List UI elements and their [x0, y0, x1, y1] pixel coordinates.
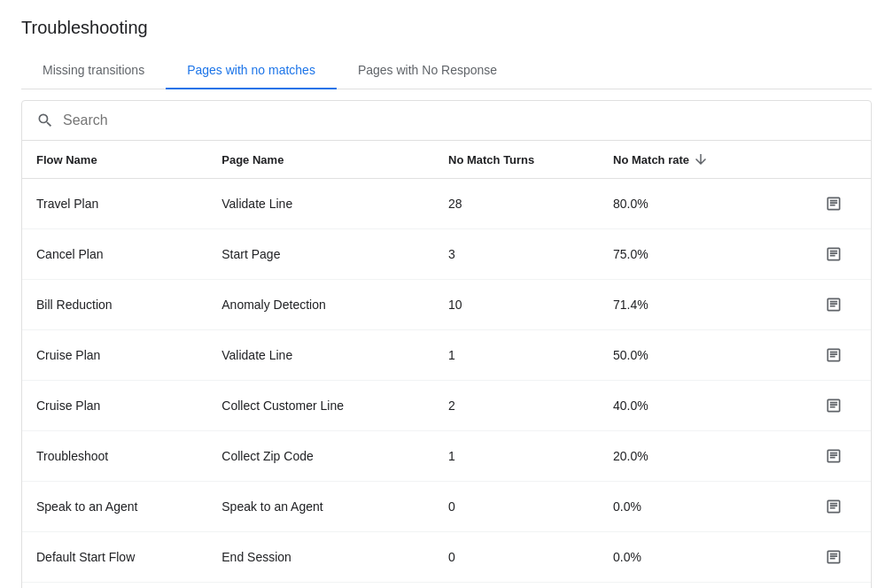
row-detail-button-2[interactable] — [819, 290, 848, 319]
col-header-page-name: Page Name — [207, 141, 434, 179]
tab-pages-no-matches[interactable]: Pages with no matches — [166, 52, 337, 89]
cell-rate-3: 50.0% — [599, 330, 805, 381]
cell-action-7 — [805, 532, 871, 583]
cell-flow-2: Bill Reduction — [22, 280, 207, 330]
col-header-no-match-rate[interactable]: No Match rate — [599, 141, 805, 179]
page-title: Troubleshooting — [21, 18, 872, 38]
cell-flow-4: Cruise Plan — [22, 381, 207, 431]
cell-action-6 — [805, 482, 871, 532]
data-table: Flow Name Page Name No Match Turns No Ma… — [22, 141, 871, 588]
cell-rate-1: 75.0% — [599, 229, 805, 280]
cell-turns-3: 1 — [434, 330, 599, 381]
cell-action-4 — [805, 381, 871, 431]
table-row: Troubleshoot Collect Zip Code 1 20.0% — [22, 431, 871, 482]
cell-page-5: Collect Zip Code — [207, 431, 434, 482]
cell-flow-6: Speak to an Agent — [22, 482, 207, 532]
cell-action-5 — [805, 431, 871, 482]
table-body: Travel Plan Validate Line 28 80.0% Cance… — [22, 179, 871, 589]
row-detail-button-0[interactable] — [819, 190, 848, 218]
cell-action-8 — [805, 583, 871, 589]
cell-action-3 — [805, 330, 871, 381]
cell-rate-6: 0.0% — [599, 482, 805, 532]
cell-flow-5: Troubleshoot — [22, 431, 207, 482]
cell-turns-0: 28 — [434, 179, 599, 229]
table-row: Cancel Plan Start Page 3 75.0% — [22, 229, 871, 280]
cell-rate-4: 40.0% — [599, 381, 805, 431]
table-row: Bill Reduction Anomaly Detection 10 71.4… — [22, 280, 871, 330]
cell-flow-1: Cancel Plan — [22, 229, 207, 280]
cell-turns-6: 0 — [434, 482, 599, 532]
cell-flow-7: Default Start Flow — [22, 532, 207, 583]
table-header-row: Flow Name Page Name No Match Turns No Ma… — [22, 141, 871, 179]
table-row: Speak to an Agent Speak to an Agent 0 0.… — [22, 482, 871, 532]
col-header-flow-name: Flow Name — [22, 141, 207, 179]
row-detail-button-4[interactable] — [819, 391, 848, 420]
search-input[interactable] — [63, 112, 857, 128]
cell-page-7: End Session — [207, 532, 434, 583]
row-detail-button-1[interactable] — [819, 240, 848, 268]
cell-action-2 — [805, 280, 871, 330]
table-row: Cruise Plan Collect Customer Line 2 40.0… — [22, 381, 871, 431]
cell-action-1 — [805, 229, 871, 280]
row-detail-button-3[interactable] — [819, 341, 848, 369]
col-header-no-match-turns: No Match Turns — [434, 141, 599, 179]
cell-page-2: Anomaly Detection — [207, 280, 434, 330]
cell-rate-8: 0.0% — [599, 583, 805, 589]
cell-page-6: Speak to an Agent — [207, 482, 434, 532]
col-header-action — [805, 141, 871, 179]
cell-turns-5: 1 — [434, 431, 599, 482]
cell-turns-2: 10 — [434, 280, 599, 330]
table-row: Cruise Plan Validate Line 1 50.0% — [22, 330, 871, 381]
row-detail-button-5[interactable] — [819, 442, 848, 470]
cell-turns-8: 0 — [434, 583, 599, 589]
tabs-container: Missing transitions Pages with no matche… — [21, 52, 872, 89]
cell-rate-2: 71.4% — [599, 280, 805, 330]
cell-turns-4: 2 — [434, 381, 599, 431]
tab-pages-no-response[interactable]: Pages with No Response — [337, 52, 518, 89]
cell-rate-0: 80.0% — [599, 179, 805, 229]
cell-page-1: Start Page — [207, 229, 434, 280]
cell-flow-3: Cruise Plan — [22, 330, 207, 381]
table-row: Travel Plan Validate Line 28 80.0% — [22, 179, 871, 229]
search-icon — [36, 112, 54, 129]
cell-turns-7: 0 — [434, 532, 599, 583]
cell-flow-8: Speak to an Agent — [22, 583, 207, 589]
row-detail-button-6[interactable] — [819, 492, 848, 521]
row-detail-button-7[interactable] — [819, 543, 848, 571]
tab-missing-transitions[interactable]: Missing transitions — [21, 52, 166, 89]
cell-turns-1: 3 — [434, 229, 599, 280]
search-bar — [22, 101, 871, 141]
cell-page-8: End Session — [207, 583, 434, 589]
table-row: Speak to an Agent End Session 0 0.0% — [22, 583, 871, 589]
content-box: Flow Name Page Name No Match Turns No Ma… — [21, 100, 872, 588]
cell-rate-5: 20.0% — [599, 431, 805, 482]
cell-rate-7: 0.0% — [599, 532, 805, 583]
cell-page-3: Validate Line — [207, 330, 434, 381]
cell-page-0: Validate Line — [207, 179, 434, 229]
cell-page-4: Collect Customer Line — [207, 381, 434, 431]
cell-flow-0: Travel Plan — [22, 179, 207, 229]
table-row: Default Start Flow End Session 0 0.0% — [22, 532, 871, 583]
page-container: Troubleshooting Missing transitions Page… — [0, 0, 893, 588]
cell-action-0 — [805, 179, 871, 229]
